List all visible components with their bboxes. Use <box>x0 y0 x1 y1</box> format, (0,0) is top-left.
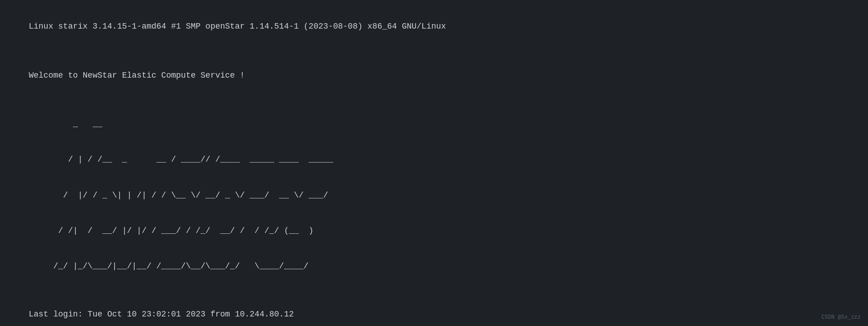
watermark-text: CSDN @Sx_zzz <box>822 314 861 321</box>
ascii-line-2: / | / /__ _ __ / ____// /____ _____ ____… <box>9 142 859 177</box>
blank-line-2 <box>9 94 859 106</box>
ascii-art-3: / |/ / _ \| | /| / / \__ \/ __/ _ \/ ___… <box>29 191 328 200</box>
ascii-line-3: / |/ / _ \| | /| / / \__ \/ __/ _ \/ ___… <box>9 178 859 213</box>
ascii-line-5: /_/ |_/\___/|__/|__/ /____/\__/\___/_/ \… <box>9 248 859 284</box>
blank-line-1 <box>9 45 859 57</box>
ascii-art-2: / | / /__ _ __ / ____// /____ _____ ____… <box>29 155 333 164</box>
terminal-window: Linux starix 3.14.15-1-amd64 #1 SMP open… <box>0 0 868 326</box>
last-login-text: Last login: Tue Oct 10 23:02:01 2023 fro… <box>29 310 294 319</box>
ascii-art-5: /_/ |_/\___/|__/|__/ /____/\__/\___/_/ \… <box>29 262 309 271</box>
welcome-line: Welcome to NewStar Elastic Compute Servi… <box>9 57 859 94</box>
ascii-art-1: _ __ <box>29 119 102 128</box>
ascii-line-1: _ __ <box>9 106 859 142</box>
blank-line-3 <box>9 284 859 296</box>
ascii-line-4: / /| / __/ |/ |/ / ___/ / /_/ __/ / / /_… <box>9 213 859 248</box>
last-login-line: Last login: Tue Oct 10 23:02:01 2023 fro… <box>9 296 859 326</box>
ascii-art-4: / /| / __/ |/ |/ / ___/ / /_/ __/ / / /_… <box>29 226 314 235</box>
welcome-text: Welcome to NewStar Elastic Compute Servi… <box>29 71 244 80</box>
system-info-line: Linux starix 3.14.15-1-amd64 #1 SMP open… <box>9 8 859 45</box>
system-info-text: Linux starix 3.14.15-1-amd64 #1 SMP open… <box>29 22 446 31</box>
